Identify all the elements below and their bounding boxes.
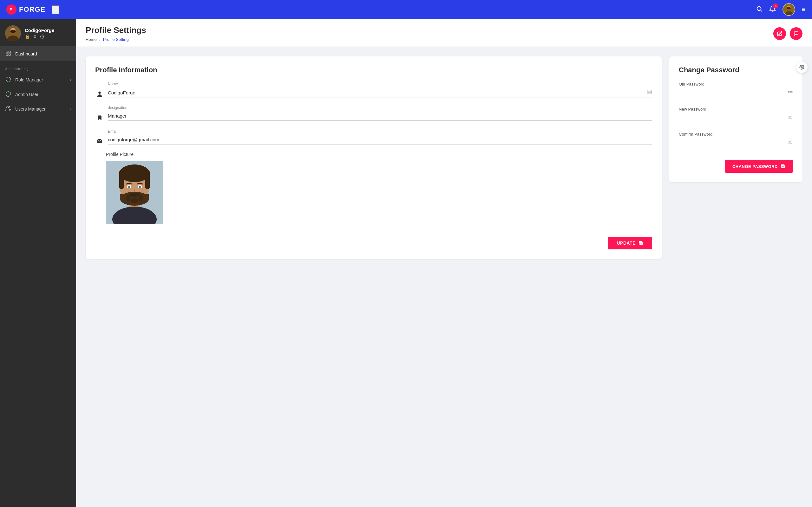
user-avatar[interactable]: [782, 3, 795, 16]
profile-picture-label: Profile Picture: [106, 152, 652, 157]
svg-point-40: [125, 195, 131, 201]
confirm-password-input-row: [679, 139, 793, 149]
designation-value-row: Manager: [108, 111, 652, 121]
email-field-inner: Email codigoforge@gmail.com: [108, 129, 652, 145]
sidebar-username: CodigoForge: [25, 27, 54, 33]
content-area: Profile Information Name CodigoForge: [76, 47, 812, 268]
admin-user-icon: [5, 91, 11, 98]
power-icon[interactable]: ⏻: [40, 34, 44, 39]
bookmark-icon: [95, 114, 104, 123]
svg-rect-30: [145, 176, 150, 189]
users-manager-icon: [5, 106, 11, 112]
svg-rect-29: [119, 176, 124, 189]
name-field-inner: Name CodigoForge: [108, 82, 652, 98]
name-label: Name: [108, 82, 652, 86]
back-button[interactable]: ←: [52, 5, 59, 14]
breadcrumb-current: Profile Setting: [103, 37, 129, 42]
top-navigation: F FORGE ← 5: [0, 0, 812, 19]
email-value-row: codigoforge@gmail.com: [108, 135, 652, 145]
sidebar-item-dashboard[interactable]: Dashboard: [0, 47, 76, 61]
svg-point-17: [98, 92, 101, 94]
message-action-button[interactable]: [790, 27, 803, 40]
name-edit-icon[interactable]: [647, 89, 652, 96]
person-icon: [95, 91, 104, 99]
profile-picture-image[interactable]: [106, 161, 163, 224]
old-password-input[interactable]: [679, 89, 787, 97]
lock-icon[interactable]: 🔒: [25, 34, 30, 39]
svg-point-48: [790, 142, 791, 143]
new-password-field: New Password: [679, 107, 793, 124]
name-value: CodigoForge: [108, 90, 136, 95]
change-password-card: Change Password Old Password: [669, 56, 803, 182]
svg-rect-18: [648, 90, 652, 94]
designation-field: designation Manager: [95, 106, 652, 123]
hamburger-icon[interactable]: ≡: [802, 5, 806, 14]
old-password-input-row: [679, 89, 793, 99]
search-icon[interactable]: [756, 5, 763, 14]
old-password-field: Old Password: [679, 82, 793, 99]
svg-rect-13: [9, 51, 10, 53]
change-password-btn-label: CHANGE PASSWORD: [732, 164, 778, 169]
svg-rect-12: [6, 51, 8, 53]
sidebar-user-info: CodigoForge 🔒 ⚙ ⏻: [25, 27, 54, 39]
update-button[interactable]: UPDATE: [608, 237, 652, 249]
svg-point-43: [801, 66, 803, 68]
settings-icon[interactable]: ⚙: [33, 34, 37, 39]
sidebar-avatar: [5, 25, 21, 41]
email-icon: [95, 138, 104, 146]
edit-action-button[interactable]: [773, 27, 786, 40]
profile-picture-field: Profile Picture: [106, 152, 652, 224]
save-icon: [638, 240, 643, 245]
email-label: Email: [108, 129, 652, 134]
page-header-left: Profile Settings Home › Profile Setting: [86, 25, 146, 42]
svg-rect-14: [6, 54, 8, 55]
logo: F FORGE: [6, 4, 45, 14]
page-header: Profile Settings Home › Profile Setting: [76, 19, 812, 47]
svg-point-16: [7, 106, 9, 108]
svg-rect-46: [792, 91, 792, 92]
confirm-password-input[interactable]: [679, 139, 787, 147]
change-password-title: Change Password: [679, 66, 793, 74]
page-header-actions: [773, 27, 803, 40]
svg-point-7: [787, 7, 791, 9]
old-password-toggle-icon[interactable]: [787, 90, 793, 96]
chevron-icon: ‹: [70, 78, 71, 82]
gear-float-button[interactable]: [796, 61, 808, 73]
svg-rect-45: [790, 91, 791, 92]
svg-point-41: [138, 195, 143, 201]
main-content: Profile Settings Home › Profile Setting: [76, 19, 812, 507]
new-password-input[interactable]: [679, 114, 787, 122]
name-field: Name CodigoForge: [95, 82, 652, 99]
notification-bell-icon[interactable]: 5: [769, 5, 776, 14]
topnav-right: 5 ≡: [756, 3, 806, 16]
app-body: CodigoForge 🔒 ⚙ ⏻ Dashboard Administrati…: [0, 19, 812, 507]
profile-information-card: Profile Information Name CodigoForge: [86, 56, 662, 259]
confirm-password-toggle-icon[interactable]: [787, 140, 793, 146]
new-password-toggle-icon[interactable]: [787, 115, 793, 121]
svg-rect-44: [788, 91, 789, 92]
sidebar-item-admin-user[interactable]: Admin User: [0, 87, 76, 102]
sidebar-item-role-manager[interactable]: Role Manager ‹: [0, 72, 76, 87]
svg-rect-28: [119, 171, 150, 180]
logo-icon: F: [6, 4, 16, 14]
page-title: Profile Settings: [86, 25, 146, 35]
svg-point-36: [139, 186, 141, 187]
svg-point-11: [10, 30, 16, 33]
sidebar-item-label: Users Manager: [15, 107, 46, 112]
sidebar-item-label: Admin User: [15, 92, 38, 97]
email-field: Email codigoforge@gmail.com: [95, 129, 652, 146]
logo-text: FORGE: [19, 5, 45, 14]
svg-point-47: [790, 117, 791, 118]
svg-rect-15: [9, 54, 10, 55]
designation-label: designation: [108, 106, 652, 110]
dashboard-icon: [5, 50, 11, 57]
role-manager-icon: [5, 76, 11, 83]
svg-point-42: [131, 198, 138, 203]
new-password-input-row: [679, 114, 793, 124]
change-password-button[interactable]: CHANGE PASSWORD: [725, 160, 793, 173]
change-password-btn-row: CHANGE PASSWORD: [679, 157, 793, 173]
breadcrumb-home[interactable]: Home: [86, 37, 97, 42]
profile-info-title: Profile Information: [95, 66, 652, 74]
sidebar-item-users-manager[interactable]: Users Manager ‹: [0, 102, 76, 116]
chevron-icon: ‹: [70, 107, 71, 111]
